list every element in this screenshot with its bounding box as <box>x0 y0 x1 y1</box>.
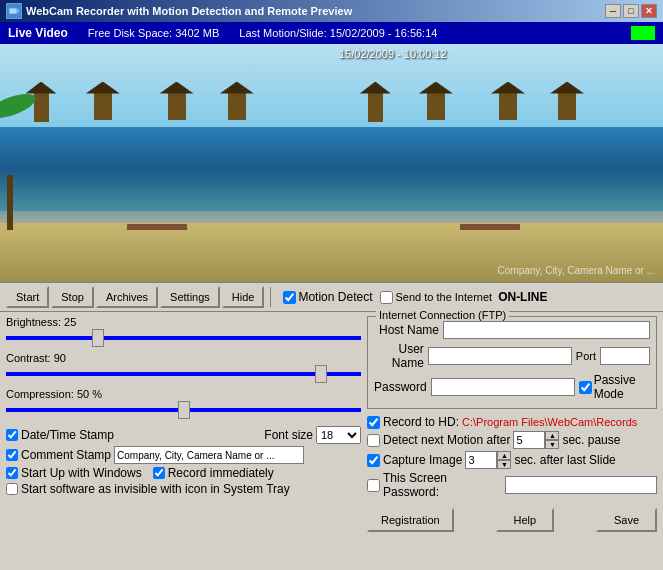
contrast-label: Contrast: 90 <box>6 352 361 364</box>
record-path: C:\Program Files\WebCam\Records <box>462 416 637 428</box>
contrast-slider[interactable] <box>6 372 361 376</box>
close-button[interactable]: ✕ <box>641 4 657 18</box>
comment-stamp-checkbox[interactable] <box>6 449 18 461</box>
stop-button[interactable]: Stop <box>51 286 94 308</box>
comment-stamp-label: Comment Stamp <box>21 448 111 462</box>
video-right: 15/02/2009 - 10:00:12 Company, City, Cam… <box>335 44 663 282</box>
detect-motion-checkbox[interactable] <box>367 434 380 447</box>
detect-motion-input[interactable] <box>513 431 545 449</box>
options-section: Date/Time Stamp Font size 18 12 14 16 20… <box>6 426 361 496</box>
capture-image-unit: sec. after last Slide <box>514 453 615 467</box>
motion-detect-checkbox[interactable] <box>283 291 296 304</box>
archives-button[interactable]: Archives <box>96 286 158 308</box>
detect-spinner-container: ▲ ▼ <box>513 431 559 449</box>
compression-slider-track <box>6 401 361 419</box>
capture-image-label: Capture Image <box>383 453 462 467</box>
right-video-timestamp: 15/02/2009 - 10:00:12 <box>339 48 447 60</box>
password-input[interactable] <box>431 378 575 396</box>
send-internet-checkbox-row[interactable]: Send to the Internet <box>380 291 492 304</box>
video-watermark: Company, City, Camera Name or ... <box>498 265 655 276</box>
internet-group-title: Internet Connection (FTP) <box>376 309 509 321</box>
left-panel: Brightness: 25 Contrast: 90 Compression:… <box>6 316 361 570</box>
send-internet-checkbox[interactable] <box>380 291 393 304</box>
detect-down-arrow[interactable]: ▼ <box>545 440 559 449</box>
screen-password-checkbox[interactable] <box>367 479 380 492</box>
online-indicator <box>631 26 655 40</box>
capture-image-input[interactable] <box>465 451 497 469</box>
capture-image-row: Capture Image ▲ ▼ sec. after last Slide <box>367 451 657 469</box>
main-content: Brightness: 25 Contrast: 90 Compression:… <box>0 312 663 570</box>
comment-input[interactable] <box>114 446 304 464</box>
settings-button[interactable]: Settings <box>160 286 220 308</box>
title-bar-controls: ─ □ ✕ <box>605 4 657 18</box>
capture-image-checkbox[interactable] <box>367 454 380 467</box>
passive-mode-label: Passive Mode <box>594 373 650 401</box>
password-label: Password <box>374 380 427 394</box>
startup-checkbox[interactable] <box>6 467 18 479</box>
detect-up-arrow[interactable]: ▲ <box>545 431 559 440</box>
font-size-select[interactable]: 18 12 14 16 20 24 <box>316 426 361 444</box>
maximize-button[interactable]: □ <box>623 4 639 18</box>
record-immediately-label: Record immediately <box>168 466 274 480</box>
invisible-tray-checkbox[interactable] <box>6 483 18 495</box>
last-motion-label: Last Motion/Slide: 15/02/2009 - 16:56:14 <box>239 27 437 39</box>
port-input[interactable] <box>600 347 650 365</box>
motion-detect-label: Motion Detect <box>298 290 372 304</box>
live-video-label: Live Video <box>8 26 68 40</box>
save-button[interactable]: Save <box>596 508 657 532</box>
password-row: Password Passive Mode <box>374 373 650 401</box>
header-bar: Live Video Free Disk Space: 3402 MB Last… <box>0 22 663 44</box>
start-button[interactable]: Start <box>6 286 49 308</box>
screen-password-row: This Screen Password: <box>367 471 657 499</box>
host-name-label: Host Name <box>374 323 439 337</box>
record-section: Record to HD: C:\Program Files\WebCam\Re… <box>367 415 657 501</box>
app-icon <box>6 3 22 19</box>
brightness-slider[interactable] <box>6 336 361 340</box>
online-badge: ON-LINE <box>498 290 547 304</box>
registration-button[interactable]: Registration <box>367 508 454 532</box>
host-row: Host Name <box>374 321 650 339</box>
brightness-slider-track <box>6 329 361 347</box>
detect-motion-unit: sec. pause <box>562 433 620 447</box>
hide-button[interactable]: Hide <box>222 286 265 308</box>
internet-group: Internet Connection (FTP) Host Name User… <box>367 316 657 409</box>
record-hd-checkbox[interactable] <box>367 416 380 429</box>
compression-slider[interactable] <box>6 408 361 412</box>
minimize-button[interactable]: ─ <box>605 4 621 18</box>
passive-mode-checkbox[interactable] <box>579 381 592 394</box>
title-bar: WebCam Recorder with Motion Detection an… <box>0 0 663 22</box>
controls-bar: Start Stop Archives Settings Hide Motion… <box>0 282 663 312</box>
motion-detect-checkbox-row[interactable]: Motion Detect <box>283 290 372 304</box>
startup-label: Start Up with Windows <box>21 466 142 480</box>
datetime-row: Date/Time Stamp Font size 18 12 14 16 20… <box>6 426 361 444</box>
title-bar-left: WebCam Recorder with Motion Detection an… <box>6 3 352 19</box>
right-panel: Internet Connection (FTP) Host Name User… <box>367 316 657 570</box>
contrast-row: Contrast: 90 <box>6 352 361 383</box>
video-left <box>0 44 335 282</box>
user-name-input[interactable] <box>428 347 572 365</box>
capture-up-arrow[interactable]: ▲ <box>497 451 511 460</box>
compression-label: Compression: 50 % <box>6 388 361 400</box>
brightness-row: Brightness: 25 <box>6 316 361 347</box>
compression-row: Compression: 50 % <box>6 388 361 419</box>
send-internet-label: Send to the Internet <box>395 291 492 303</box>
record-immediately-checkbox[interactable] <box>153 467 165 479</box>
startup-row: Start Up with Windows Record immediately <box>6 466 361 480</box>
help-button[interactable]: Help <box>496 508 555 532</box>
font-size-label: Font size <box>264 428 313 442</box>
invisible-tray-label: Start software as invisible with icon in… <box>21 482 290 496</box>
right-bottom-buttons: Registration Help Save <box>367 508 657 532</box>
disk-space-label: Free Disk Space: 3402 MB <box>88 27 219 39</box>
datetime-stamp-checkbox[interactable] <box>6 429 18 441</box>
capture-arrows: ▲ ▼ <box>497 451 511 469</box>
brightness-label: Brightness: 25 <box>6 316 361 328</box>
svg-rect-0 <box>9 8 17 14</box>
passive-mode-row[interactable]: Passive Mode <box>579 373 650 401</box>
host-name-input[interactable] <box>443 321 650 339</box>
screen-password-label: This Screen Password: <box>383 471 502 499</box>
capture-down-arrow[interactable]: ▼ <box>497 460 511 469</box>
detect-motion-row: Detect next Motion after ▲ ▼ sec. pause <box>367 431 657 449</box>
screen-password-input[interactable] <box>505 476 657 494</box>
video-area: 15/02/2009 - 10:00:12 Company, City, Cam… <box>0 44 663 282</box>
capture-spinner-container: ▲ ▼ <box>465 451 511 469</box>
